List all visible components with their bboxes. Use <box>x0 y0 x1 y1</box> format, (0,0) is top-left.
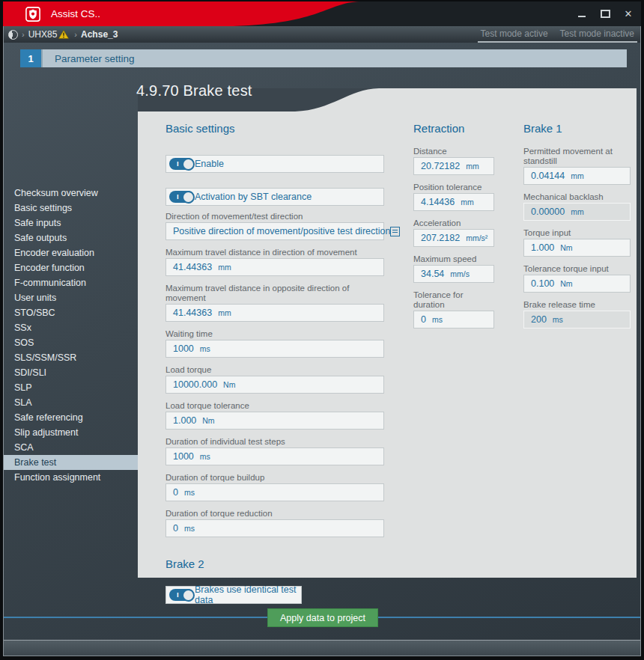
toggle-label: Activation by SBT clearance <box>195 192 312 202</box>
field-input[interactable]: 0ms <box>413 311 494 329</box>
toggle-switch-icon: I <box>169 158 194 170</box>
field-input[interactable]: 1.000Nm <box>523 239 631 257</box>
field-label: Load torque tolerance <box>165 401 384 411</box>
field-label: Distance <box>413 147 494 156</box>
field-input[interactable]: 0ms <box>165 519 384 537</box>
apply-data-button[interactable]: Apply data to project <box>267 608 378 627</box>
field-input[interactable]: 207.2182mm/s² <box>413 229 494 247</box>
field-label: Brake release time <box>523 300 631 310</box>
field-input[interactable]: 20.72182mm <box>413 157 494 175</box>
field-input[interactable]: 0.100Nm <box>523 275 631 293</box>
sidebar-item-safe-outputs[interactable]: Safe outputs <box>4 230 138 245</box>
sidebar-item-slp[interactable]: SLP <box>4 380 138 395</box>
breadcrumb: › UHX85 › Achse_3 Test mode active Test … <box>4 26 640 43</box>
brake1-section: Brake 1 Permitted movement at standstill… <box>523 122 631 329</box>
dropdown-value: Positive direction of movement/positive … <box>173 226 390 236</box>
app-window: Assist CS.. ✕ › UHX85 › Achse_3 Test <box>3 1 641 656</box>
field-input[interactable]: 34.54mm/s <box>413 265 494 283</box>
title-bar: Assist CS.. ✕ <box>3 1 641 26</box>
field-input[interactable]: 1000ms <box>165 340 384 358</box>
sidebar-item-f-communication[interactable]: F-communication <box>4 275 138 290</box>
field-group: Position tolerance 4.14436mm <box>413 183 494 211</box>
section-heading: Basic settings <box>165 122 384 135</box>
field-group: Waiting time 1000ms <box>165 329 384 358</box>
breadcrumb-separator: › <box>22 30 25 39</box>
sidebar-item-sdi-sli[interactable]: SDI/SLI <box>4 365 138 380</box>
step-label: Parameter setting <box>41 49 627 67</box>
field-group: Load torque tolerance 1.000Nm <box>165 401 384 430</box>
breadcrumb-device[interactable]: UHX85 <box>28 29 58 40</box>
sidebar-item-function-assignment[interactable]: Function assignment <box>4 470 138 485</box>
field-input[interactable]: 0ms <box>165 483 384 501</box>
sidebar-item-checksum-overview[interactable]: Checksum overview <box>4 186 138 201</box>
sidebar-item-brake-test[interactable]: Brake test <box>4 455 138 470</box>
test-mode-switcher: Test mode active Test mode inactive <box>478 25 637 43</box>
field-group: Duration of torque buildup 0ms <box>165 473 384 501</box>
sidebar-item-sto-sbc[interactable]: STO/SBC <box>4 305 138 320</box>
sidebar-item-sca[interactable]: SCA <box>4 440 138 455</box>
field-label: Mechanical backlash <box>523 192 631 202</box>
sidebar-item-basic-settings[interactable]: Basic settings <box>4 201 138 216</box>
app-title: Assist CS.. <box>51 8 100 19</box>
sidebar-item-encoder-evaluation[interactable]: Encoder evaluation <box>4 245 138 260</box>
dropdown-list-icon <box>390 227 400 236</box>
field-input[interactable]: 41.44363mm <box>165 304 384 322</box>
field-group: Permitted movement at standstill 0.04144… <box>523 147 631 185</box>
toggle-label: Enable <box>195 159 224 169</box>
test-mode-inactive-button[interactable]: Test mode inactive <box>560 28 634 39</box>
field-group: Tolerance torque input 0.100Nm <box>523 264 631 293</box>
close-button[interactable]: ✕ <box>623 9 634 19</box>
field-input-readonly: 0.00000mm <box>523 203 631 221</box>
field-label: Tolerance for duration <box>413 290 494 310</box>
app-logo-shield-icon <box>25 7 40 22</box>
sidebar-item-sos[interactable]: SOS <box>4 335 138 350</box>
field-group: Duration of torque reduction 0ms <box>165 509 384 537</box>
toggle-switch-icon: I <box>169 589 194 601</box>
sidebar-item-slip-adjustment[interactable]: Slip adjustment <box>4 425 138 440</box>
step-number-badge: 1 <box>20 49 41 67</box>
field-label: Duration of individual test steps <box>165 437 384 447</box>
sidebar-item-encoder-function[interactable]: Encoder function <box>4 260 138 275</box>
direction-dropdown[interactable]: Positive direction of movement/positive … <box>165 222 384 240</box>
field-input[interactable]: 10000.000Nm <box>165 376 384 394</box>
field-group: Torque input 1.000Nm <box>523 228 631 257</box>
field-input[interactable]: 0.04144mm <box>523 167 631 185</box>
sbt-clearance-toggle[interactable]: I Activation by SBT clearance <box>165 188 384 206</box>
field-group: Maximum travel distance in opposite dire… <box>165 284 384 322</box>
content-panel: Basic settings I Enable I Activation by … <box>138 88 637 578</box>
field-input[interactable]: 1000ms <box>165 447 384 465</box>
sidebar-item-user-units[interactable]: User units <box>4 290 138 305</box>
field-group: Tolerance for duration 0ms <box>413 290 494 329</box>
breadcrumb-axis[interactable]: Achse_3 <box>81 29 118 40</box>
field-input[interactable]: 4.14436mm <box>413 193 494 211</box>
field-label: Torque input <box>523 228 631 238</box>
basic-settings-section: Basic settings I Enable I Activation by … <box>165 122 384 604</box>
field-group: Brake release time 200ms <box>523 300 631 329</box>
toggle-switch-icon: I <box>169 191 194 203</box>
sidebar-item-safe-referencing[interactable]: Safe referencing <box>4 410 138 425</box>
project-globe-icon[interactable] <box>8 30 18 40</box>
sidebar-item-sla[interactable]: SLA <box>4 395 138 410</box>
field-label: Duration of torque reduction <box>165 509 384 519</box>
test-mode-active-button[interactable]: Test mode active <box>481 28 548 39</box>
sidebar-item-ssx[interactable]: SSx <box>4 320 138 335</box>
enable-toggle[interactable]: I Enable <box>165 155 384 173</box>
status-bar <box>4 640 640 656</box>
field-group: Maximum speed 34.54mm/s <box>413 254 494 283</box>
field-input[interactable]: 1.000Nm <box>165 412 384 430</box>
field-label: Acceleration <box>413 219 494 228</box>
sidebar-item-safe-inputs[interactable]: Safe inputs <box>4 216 138 230</box>
section-heading: Retraction <box>413 122 494 135</box>
page-title: 4.9.70 Brake test <box>136 82 252 100</box>
field-label: Position tolerance <box>413 183 494 192</box>
field-input-readonly: 200ms <box>523 311 631 329</box>
field-label: Maximum speed <box>413 254 494 264</box>
maximize-button[interactable] <box>600 9 610 19</box>
field-input[interactable]: 41.44363mm <box>165 258 384 276</box>
identical-test-data-toggle[interactable]: I Brakes use identical test data <box>165 586 302 604</box>
minimize-button[interactable] <box>577 9 587 19</box>
field-label: Waiting time <box>165 329 384 339</box>
section-heading: Brake 2 <box>165 557 384 571</box>
sidebar-item-sls-ssm-ssr[interactable]: SLS/SSM/SSR <box>4 350 138 365</box>
field-label: Direction of movement/test direction <box>165 212 384 221</box>
